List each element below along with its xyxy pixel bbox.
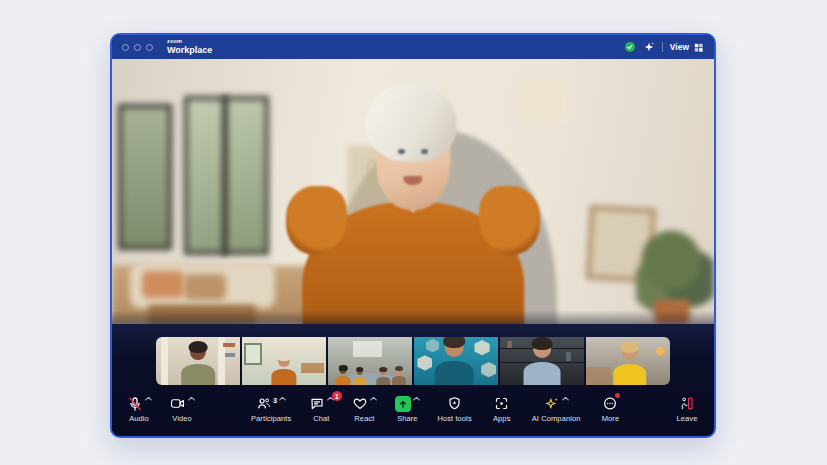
notification-dot xyxy=(615,393,620,398)
speaker-figure xyxy=(275,59,552,324)
toolbar-item-label: Leave xyxy=(677,414,698,423)
chat-unread-badge: 1 xyxy=(332,391,342,401)
leave-button[interactable]: Leave xyxy=(674,395,700,423)
filmstrip-tile-participant-curly-hair-olive-top[interactable] xyxy=(156,337,240,385)
zoom-workplace-logo: zoom Workplace xyxy=(167,39,212,55)
ai-companion-button[interactable]: AI Companion xyxy=(532,395,581,423)
chevron-up-icon[interactable] xyxy=(413,396,420,401)
chevron-up-icon[interactable] xyxy=(145,396,152,401)
toolbar-item-label: Apps xyxy=(493,414,511,423)
participant-figure xyxy=(435,337,474,385)
window-minimize-button[interactable] xyxy=(134,44,141,51)
participant-figure xyxy=(524,337,561,385)
toolbar-item-label: Audio xyxy=(129,414,149,423)
chevron-up-icon[interactable] xyxy=(188,396,195,401)
shield-icon xyxy=(447,396,462,411)
chevron-up-icon[interactable] xyxy=(370,396,377,401)
mic-muted-icon xyxy=(127,396,143,412)
chevron-up-icon[interactable] xyxy=(279,396,286,401)
logo-workplace-text: Workplace xyxy=(167,46,212,55)
scene-window-left xyxy=(118,104,172,250)
toolbar-group-center: 3Participants1ChatReactShareHost toolsAp… xyxy=(251,395,623,423)
video-button[interactable]: Video xyxy=(169,395,195,423)
speaker-ruffle-sleeve xyxy=(479,186,540,255)
speaker-hoop-earring xyxy=(449,160,458,184)
chevron-up-icon[interactable] xyxy=(562,396,569,401)
speaker-eye xyxy=(398,149,405,154)
scene-pillow xyxy=(184,274,226,301)
titlebar: zoom Workplace View xyxy=(112,35,714,59)
participant-figure xyxy=(271,351,296,385)
speaker-hair xyxy=(365,83,456,163)
toolbar-item-label: Share xyxy=(397,414,418,423)
ai-sparkle-icon[interactable] xyxy=(643,41,655,53)
toolbar-item-label: Participants xyxy=(251,414,291,423)
zoom-meeting-window: zoom Workplace View xyxy=(110,33,716,438)
share-screen-icon xyxy=(395,396,411,412)
toolbar-item-label: React xyxy=(354,414,374,423)
titlebar-divider xyxy=(662,42,663,52)
toolbar-group-right: Leave xyxy=(674,395,700,423)
filmstrip-tile-participants-table-group[interactable] xyxy=(328,337,412,385)
heart-icon xyxy=(352,396,368,411)
chat-bubble-icon xyxy=(309,396,325,411)
leave-meeting-icon xyxy=(679,396,695,411)
ai-companion-sparkle-icon xyxy=(544,396,560,411)
toolbar-item-label: Host tools xyxy=(437,414,471,423)
view-label: View xyxy=(670,42,689,52)
meeting-toolbar: AudioVideo3Participants1ChatReactShareHo… xyxy=(112,390,714,436)
scene-pillow xyxy=(142,271,184,298)
more-button[interactable]: More xyxy=(597,395,623,423)
more-ellipsis-icon xyxy=(602,396,618,411)
window-close-button[interactable] xyxy=(122,44,129,51)
chat-button[interactable]: 1Chat xyxy=(308,395,334,423)
participant-count: 3 xyxy=(273,396,277,405)
toolbar-item-label: AI Companion xyxy=(532,414,581,423)
speaker-hoop-earring xyxy=(367,160,376,184)
filmstrip-tile-participant-standing-orange-top[interactable] xyxy=(242,337,326,385)
host-tools-button[interactable]: Host tools xyxy=(437,395,471,423)
share-button[interactable]: Share xyxy=(394,395,420,423)
view-grid-icon xyxy=(693,42,704,53)
video-bottom-fade xyxy=(112,310,714,324)
logo-zoom-text: zoom xyxy=(167,39,212,45)
participant-figure xyxy=(336,365,351,385)
toolbar-item-label: More xyxy=(602,414,620,423)
filmstrip-tile-participant-teal-suit-hex-background[interactable] xyxy=(414,337,498,385)
participant-filmstrip xyxy=(156,337,670,385)
apps-button[interactable]: Apps xyxy=(489,395,515,423)
video-camera-icon xyxy=(169,396,186,411)
filmstrip-tile-participant-beard-dark-bookshelf[interactable] xyxy=(500,337,584,385)
toolbar-group-left: AudioVideo xyxy=(126,395,195,423)
react-button[interactable]: React xyxy=(351,395,377,423)
active-speaker-video xyxy=(112,59,714,324)
filmstrip-tile-participant-yellow-blazer[interactable] xyxy=(586,337,670,385)
meeting-bottom-panel: AudioVideo3Participants1ChatReactShareHo… xyxy=(112,324,714,436)
scene-window-mullion xyxy=(222,96,228,255)
view-button[interactable]: View xyxy=(670,42,704,53)
participants-button[interactable]: 3Participants xyxy=(251,395,291,423)
toolbar-item-label: Chat xyxy=(313,414,329,423)
participant-figure xyxy=(181,340,215,385)
security-shield-check-icon[interactable] xyxy=(624,41,636,53)
participant-figure xyxy=(377,367,390,385)
window-maximize-button[interactable] xyxy=(146,44,153,51)
participants-icon xyxy=(256,396,272,411)
participant-figure xyxy=(391,366,405,385)
apps-icon xyxy=(494,396,509,411)
participant-figure xyxy=(353,367,366,385)
toolbar-item-label: Video xyxy=(172,414,192,423)
window-controls xyxy=(122,44,153,51)
audio-button[interactable]: Audio xyxy=(126,395,152,423)
participant-figure xyxy=(613,340,647,385)
